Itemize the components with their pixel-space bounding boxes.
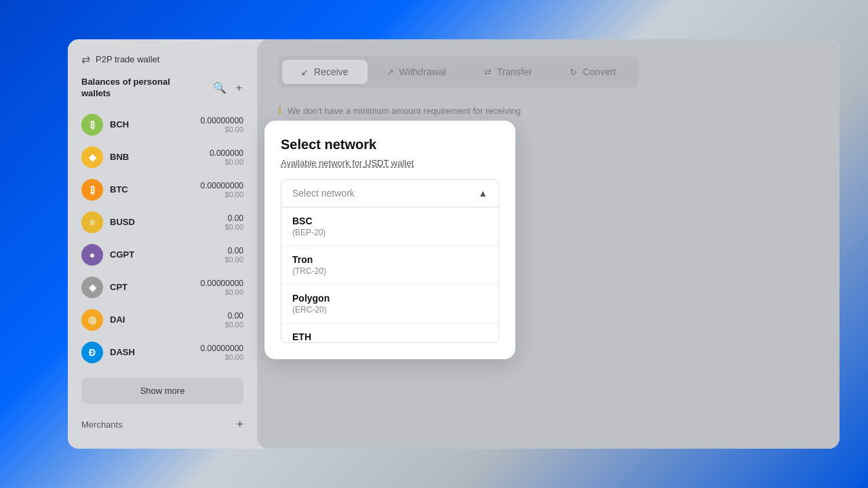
network-type-polygon: (ERC-20): [292, 305, 488, 314]
coin-balance-cpt: 0.00000000 $0.00: [201, 279, 243, 296]
coin-amount-busd: 0.00: [224, 214, 243, 223]
balances-section: Balances of personalwallets 🔍 + ₿ BCH 0.…: [68, 77, 257, 368]
merchants-title: Merchants: [81, 420, 123, 430]
balances-title: Balances of personalwallets: [81, 77, 170, 100]
tab-bar: ↙ Receive ↗ Withdrawal ⇄ Transfer ↻ Conv…: [278, 56, 639, 88]
coin-icon-dai: ◎: [81, 309, 103, 331]
coin-amount-cpt: 0.00000000: [201, 279, 243, 288]
coin-icon-bnb: ◆: [81, 146, 103, 168]
balances-header: Balances of personalwallets 🔍 +: [81, 77, 243, 100]
modal-title: Select network: [281, 137, 499, 152]
coin-amount-dash: 0.00000000: [201, 344, 243, 353]
receive-icon: ↙: [301, 67, 309, 77]
chevron-up-icon: ▲: [478, 188, 488, 199]
coin-name-bch: BCH: [110, 119, 194, 129]
network-item-eth[interactable]: ETH (ERC-20): [281, 323, 498, 343]
coin-icon-cpt: ◈: [81, 277, 103, 298]
coin-icon-busd: ≡: [81, 211, 103, 233]
coin-list: ₿ BCH 0.00000000 $0.00 ◆ BNB 0.000000 $0…: [81, 109, 243, 368]
coin-balance-bch: 0.00000000 $0.00: [201, 116, 243, 134]
coin-usd-busd: $0.00: [224, 223, 243, 231]
coin-icon-bch: ₿: [81, 114, 103, 136]
tab-convert-label: Convert: [583, 66, 616, 77]
modal-subtitle-highlight: USDT: [365, 158, 389, 168]
tab-withdrawal-label: Withdrawal: [399, 66, 446, 77]
coin-usd-cgpt: $0.00: [224, 256, 243, 264]
info-text: We don't have a minimum amount requireme…: [288, 106, 521, 116]
coin-amount-bch: 0.00000000: [201, 116, 243, 125]
convert-icon: ↻: [570, 67, 577, 77]
coin-usd-bnb: $0.00: [210, 158, 243, 166]
coin-item-cpt[interactable]: ◈ CPT 0.00000000 $0.00: [81, 272, 243, 303]
tab-convert[interactable]: ↻ Convert: [551, 60, 635, 84]
coin-amount-btc: 0.00000000: [201, 181, 243, 190]
coin-name-dash: DASH: [110, 347, 194, 357]
coin-amount-dai: 0.00: [224, 311, 243, 321]
network-item-bsc[interactable]: BSC (BEP-20): [281, 207, 498, 246]
transfer-icon: ⇄: [484, 67, 492, 77]
sidebar-app-title: P2P trade wallet: [96, 54, 159, 64]
coin-name-btc: BTC: [110, 184, 194, 195]
search-button[interactable]: 🔍: [212, 80, 228, 96]
tab-receive[interactable]: ↙ Receive: [282, 60, 368, 84]
network-name-polygon: Polygon: [292, 293, 488, 304]
network-name-eth: ETH: [292, 331, 488, 342]
sidebar-header: ⇄ P2P trade wallet: [68, 53, 257, 77]
coin-name-cpt: CPT: [110, 282, 194, 292]
add-wallet-button[interactable]: +: [235, 81, 243, 96]
coin-balance-bnb: 0.000000 $0.00: [210, 148, 243, 166]
coin-icon-btc: ₿: [81, 179, 103, 201]
coin-amount-bnb: 0.000000: [210, 148, 243, 158]
sidebar: ⇄ P2P trade wallet Balances of personalw…: [68, 39, 258, 449]
coin-icon-cgpt: ●: [81, 244, 103, 266]
coin-item-bnb[interactable]: ◆ BNB 0.000000 $0.00: [81, 142, 243, 173]
coin-item-dai[interactable]: ◎ DAI 0.00 $0.00: [81, 304, 243, 336]
network-type-tron: (TRC-20): [292, 266, 488, 276]
select-network-modal: Select network Available network for USD…: [264, 121, 515, 359]
coin-usd-dash: $0.00: [201, 353, 243, 361]
network-dropdown-header[interactable]: Select network ▲: [281, 179, 499, 207]
modal-subtitle-end: wallet: [391, 158, 414, 168]
add-merchant-button[interactable]: +: [236, 418, 243, 432]
coin-balance-busd: 0.00 $0.00: [224, 214, 243, 231]
main-container: ⇄ P2P trade wallet Balances of personalw…: [68, 39, 840, 449]
modal-subtitle: Available network for USDT wallet: [281, 158, 499, 168]
coin-amount-cgpt: 0.00: [224, 246, 243, 256]
merchants-section: Merchants +: [68, 418, 257, 432]
coin-icon-dash: Ð: [81, 342, 103, 363]
modal-subtitle-text: Available network for: [281, 158, 365, 168]
coin-name-dai: DAI: [110, 314, 218, 325]
balances-actions: 🔍 +: [212, 80, 243, 96]
coin-balance-btc: 0.00000000 $0.00: [201, 181, 243, 199]
coin-item-dash[interactable]: Ð DASH 0.00000000 $0.00: [81, 337, 243, 368]
network-item-tron[interactable]: Tron (TRC-20): [281, 246, 498, 285]
network-type-bsc: (BEP-20): [292, 228, 488, 237]
main-content: ↙ Receive ↗ Withdrawal ⇄ Transfer ↻ Conv…: [258, 39, 840, 449]
show-more-button[interactable]: Show more: [81, 378, 243, 404]
coin-usd-cpt: $0.00: [201, 288, 243, 296]
info-bar: ℹ We don't have a minimum amount require…: [278, 104, 819, 117]
coin-item-cgpt[interactable]: ● CGPT 0.00 $0.00: [81, 239, 243, 270]
tab-withdrawal[interactable]: ↗ Withdrawal: [368, 60, 465, 84]
coin-item-busd[interactable]: ≡ BUSD 0.00 $0.00: [81, 207, 243, 238]
tab-receive-label: Receive: [314, 66, 349, 77]
coin-balance-dash: 0.00000000 $0.00: [201, 344, 243, 361]
coin-balance-cgpt: 0.00 $0.00: [224, 246, 243, 264]
coin-name-cgpt: CGPT: [110, 249, 218, 260]
coin-item-btc[interactable]: ₿ BTC 0.00000000 $0.00: [81, 174, 243, 205]
coin-balance-dai: 0.00 $0.00: [224, 311, 243, 329]
coin-usd-bch: $0.00: [201, 125, 243, 134]
tab-transfer[interactable]: ⇄ Transfer: [465, 60, 551, 84]
coin-item-bch[interactable]: ₿ BCH 0.00000000 $0.00: [81, 109, 243, 140]
network-item-polygon[interactable]: Polygon (ERC-20): [281, 285, 498, 323]
network-name-bsc: BSC: [292, 216, 488, 226]
withdrawal-icon: ↗: [387, 67, 394, 77]
coin-usd-btc: $0.00: [201, 190, 243, 199]
coin-usd-dai: $0.00: [224, 321, 243, 329]
tab-transfer-label: Transfer: [497, 66, 532, 77]
info-icon: ℹ: [278, 104, 282, 117]
network-list: BSC (BEP-20) Tron (TRC-20) Polygon (ERC-…: [281, 207, 499, 343]
p2p-wallet-icon: ⇄: [81, 53, 90, 66]
coin-name-busd: BUSD: [110, 217, 218, 227]
network-name-tron: Tron: [292, 254, 488, 265]
